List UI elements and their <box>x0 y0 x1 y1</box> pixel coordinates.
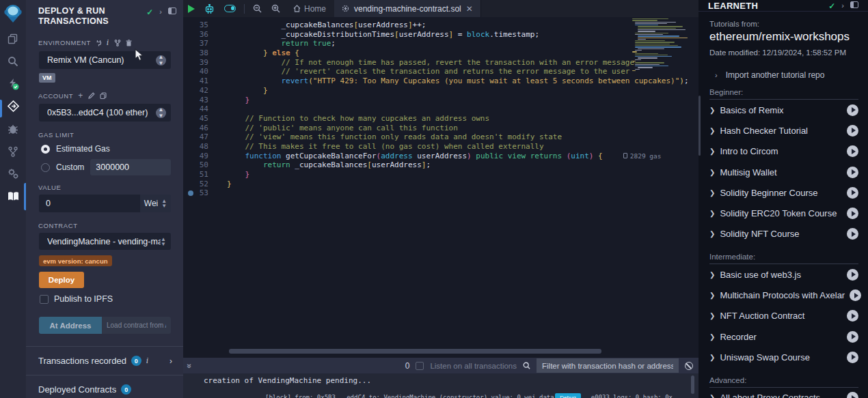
code-editor[interactable]: 35 _cupcakeBalances[userAddress]++;36 _c… <box>183 17 699 358</box>
zoom-out-button[interactable] <box>248 0 267 17</box>
play-tutorial-button[interactable] <box>847 269 858 281</box>
play-tutorial-button[interactable] <box>847 104 858 116</box>
tutorial-item[interactable]: ❯Intro to Circom <box>709 141 858 162</box>
search-icon[interactable] <box>0 50 26 72</box>
line-number[interactable]: 44 <box>183 104 208 114</box>
play-tutorial-button[interactable] <box>847 125 858 137</box>
code-line[interactable]: 45 // Function to check how many cupcake… <box>183 114 699 124</box>
file-explorer-icon[interactable] <box>0 27 26 50</box>
value-input[interactable] <box>39 195 140 212</box>
fork-icon[interactable] <box>114 40 121 46</box>
contract-select[interactable]: VendingMachine - vending-machin ▲▼ <box>39 233 171 250</box>
line-number[interactable]: 45 <box>183 114 208 124</box>
line-number[interactable]: 37 <box>183 39 208 48</box>
code-line[interactable]: 38 } else { <box>183 48 699 58</box>
custom-gas-option[interactable]: Custom <box>41 159 171 175</box>
tutorial-item[interactable]: ❯Solidity NFT Course <box>709 224 858 244</box>
code-line[interactable]: 40 // 'revert' cancels the transaction a… <box>183 67 699 76</box>
line-number[interactable]: 49 <box>183 152 208 161</box>
git-icon[interactable] <box>0 140 26 162</box>
chevron-right-icon[interactable]: › <box>169 356 172 366</box>
play-tutorial-button[interactable] <box>850 289 861 301</box>
tutorial-item[interactable]: ❯Solidity ERC20 Token Course <box>709 203 858 223</box>
code-line[interactable]: 52} <box>183 180 699 189</box>
transactions-info-icon[interactable]: i <box>146 356 148 366</box>
code-line[interactable]: 46 // 'public' means anyone can call thi… <box>183 124 699 133</box>
play-tutorial-button[interactable] <box>847 208 858 219</box>
tutorial-item[interactable]: ❯Hash Checker Tutorial <box>709 120 858 141</box>
listen-checkbox[interactable] <box>416 362 424 370</box>
line-number[interactable]: 40 <box>183 67 208 76</box>
tutorial-item[interactable]: ❯NFT Auction Contract <box>709 306 858 326</box>
play-tutorial-button[interactable] <box>847 167 858 178</box>
line-number[interactable]: 46 <box>183 124 208 133</box>
play-tutorial-button[interactable] <box>847 228 858 240</box>
line-number[interactable]: 39 <box>183 58 208 68</box>
collapse-panel-icon[interactable]: › <box>159 8 162 16</box>
line-number[interactable]: 41 <box>183 76 208 86</box>
code-line[interactable]: 39 // If not enough time has passed, rev… <box>183 58 699 68</box>
play-tutorial-button[interactable] <box>847 145 858 157</box>
tutorial-item[interactable]: ❯All about Proxy Contracts <box>709 388 858 398</box>
code-line[interactable]: 49 function getCupcakeBalanceFor(address… <box>183 152 699 161</box>
at-address-button[interactable]: At Address <box>39 317 102 334</box>
add-account-icon[interactable]: + <box>78 91 83 100</box>
environment-select[interactable]: Remix VM (Cancun) ▲▼ <box>39 51 171 69</box>
learneth-scrollbar[interactable] <box>699 96 701 156</box>
line-number[interactable]: 35 <box>183 20 208 30</box>
code-line[interactable]: 44 <box>183 104 699 114</box>
collapse-panel-icon[interactable]: › <box>841 1 844 10</box>
tutorial-item[interactable]: ❯Basics of Remix <box>709 100 858 120</box>
line-number[interactable]: 36 <box>183 30 208 40</box>
code-line[interactable]: 47 // 'view' means this function only re… <box>183 132 699 142</box>
deploy-and-run-icon[interactable] <box>0 95 26 117</box>
play-tutorial-button[interactable] <box>847 352 858 363</box>
editor-minimap[interactable] <box>632 18 690 74</box>
play-tutorial-button[interactable] <box>847 392 858 398</box>
tutorial-item[interactable]: ❯Multisig Wallet <box>709 162 858 182</box>
pin-panel-icon[interactable] <box>850 1 858 8</box>
code-line[interactable]: 51 } <box>183 170 699 180</box>
tab-home[interactable]: Home <box>285 0 334 17</box>
tutorial-item[interactable]: ❯Solidity Beginner Course <box>709 182 858 203</box>
code-line[interactable]: 43 } <box>183 96 699 105</box>
zoom-in-button[interactable] <box>267 0 285 17</box>
line-number[interactable]: 47 <box>183 132 208 142</box>
code-line[interactable]: 35 _cupcakeBalances[userAddress]++; <box>183 20 699 30</box>
account-select[interactable]: 0x5B3...eddC4 (100 ether) ▲▼ <box>39 104 171 122</box>
clear-terminal-icon[interactable] <box>685 362 693 370</box>
line-number[interactable]: 51 <box>183 170 208 180</box>
tutorial-item[interactable]: ❯Multichain Protocols with Axelar <box>709 285 858 305</box>
environment-info-icon[interactable]: i <box>107 38 109 48</box>
tab-vending-machine-contract[interactable]: vending-machine-contract.sol ✕ <box>334 0 481 17</box>
code-line[interactable]: 48 // This makes it free to call (no gas… <box>183 142 699 152</box>
ai-copilot-button[interactable] <box>200 0 219 17</box>
radio-unselected-icon[interactable] <box>41 163 50 172</box>
at-address-input[interactable] <box>102 317 171 334</box>
estimated-gas-option[interactable]: Estimated Gas <box>41 144 171 154</box>
checkbox-icon[interactable] <box>40 295 49 304</box>
line-number[interactable]: 42 <box>183 86 208 96</box>
code-line[interactable]: 42 } <box>183 86 699 96</box>
play-tutorial-button[interactable] <box>847 331 858 343</box>
value-unit-select[interactable]: Wei ▲▼ <box>140 195 171 212</box>
pin-panel-icon[interactable] <box>168 8 176 14</box>
transactions-recorded-row[interactable]: Transactions recorded 0 i › <box>26 347 183 375</box>
code-line[interactable]: 36 _cupcakeDistributionTimes[userAddress… <box>183 30 699 40</box>
remix-logo-icon[interactable] <box>0 0 26 27</box>
terminal-scrollbar[interactable] <box>691 375 694 394</box>
tutorial-item[interactable]: ❯Basic use of web3.js <box>709 264 858 285</box>
play-tutorial-button[interactable] <box>847 310 858 322</box>
debugger-icon[interactable] <box>0 117 26 140</box>
line-number[interactable]: 38 <box>183 48 208 58</box>
terminal-filter-input[interactable] <box>537 358 679 373</box>
learneth-icon[interactable] <box>0 185 26 208</box>
run-script-button[interactable] <box>183 0 200 17</box>
play-tutorial-button[interactable] <box>847 187 858 199</box>
line-number[interactable]: 48 <box>183 142 208 152</box>
code-line[interactable]: 37 return true; <box>183 39 699 48</box>
terminal-output[interactable]: creation of VendingMachine pending... [b… <box>183 373 699 398</box>
horizontal-scrollbar[interactable] <box>229 349 601 354</box>
deploy-button[interactable]: Deploy <box>39 272 84 288</box>
tutorial-item[interactable]: ❯Recorder <box>709 326 858 347</box>
